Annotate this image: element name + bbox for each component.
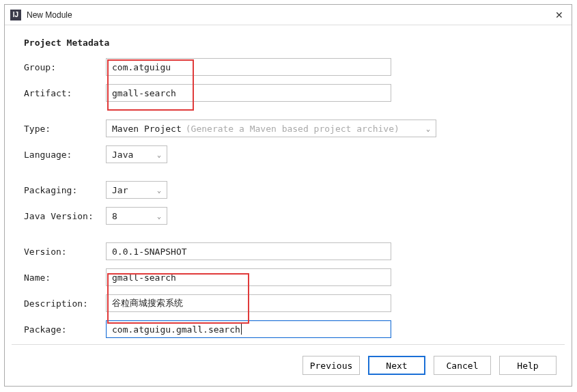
help-button[interactable]: Help — [499, 356, 557, 375]
name-label: Name: — [24, 272, 106, 283]
window-title: New Module — [27, 10, 552, 20]
package-input[interactable]: com.atguigu.gmall.search — [106, 320, 391, 338]
button-bar: Previous Next Cancel Help — [302, 356, 557, 375]
version-input[interactable]: 0.0.1-SNAPSHOT — [106, 242, 391, 260]
section-heading: Project Metadata — [24, 38, 552, 48]
group-label: Group: — [24, 62, 106, 72]
separator — [12, 344, 565, 345]
name-input[interactable]: gmall-search — [106, 268, 391, 286]
next-button[interactable]: Next — [368, 356, 425, 375]
app-icon: IJ — [10, 10, 21, 20]
language-select[interactable]: Java⌄ — [106, 145, 167, 163]
chevron-down-icon: ⌄ — [426, 125, 430, 132]
type-label: Type: — [24, 124, 106, 134]
packaging-select[interactable]: Jar⌄ — [106, 181, 167, 199]
content-area: Project Metadata Group: com.atguigu Arti… — [5, 25, 572, 339]
artifact-label: Artifact: — [24, 88, 106, 98]
chevron-down-icon: ⌄ — [157, 186, 161, 194]
version-label: Version: — [24, 247, 106, 257]
new-module-dialog: IJ New Module ✕ Project Metadata Group: … — [4, 4, 572, 387]
java-version-label: Java Version: — [24, 211, 106, 221]
description-label: Description: — [24, 298, 106, 309]
title-bar: IJ New Module ✕ — [5, 5, 572, 25]
java-version-select[interactable]: 8⌄ — [106, 207, 167, 225]
close-icon[interactable]: ✕ — [552, 10, 566, 20]
package-label: Package: — [24, 324, 106, 335]
group-input[interactable]: com.atguigu — [106, 58, 391, 76]
cancel-button[interactable]: Cancel — [434, 356, 491, 375]
previous-button[interactable]: Previous — [302, 356, 360, 375]
chevron-down-icon: ⌄ — [157, 151, 161, 158]
packaging-label: Packaging: — [24, 185, 106, 195]
language-label: Language: — [24, 150, 106, 160]
description-input[interactable]: 谷粒商城搜索系统 — [106, 294, 391, 312]
type-select[interactable]: Maven Project(Generate a Maven based pro… — [106, 120, 436, 137]
chevron-down-icon: ⌄ — [157, 212, 161, 220]
artifact-input[interactable]: gmall-search — [106, 84, 391, 102]
